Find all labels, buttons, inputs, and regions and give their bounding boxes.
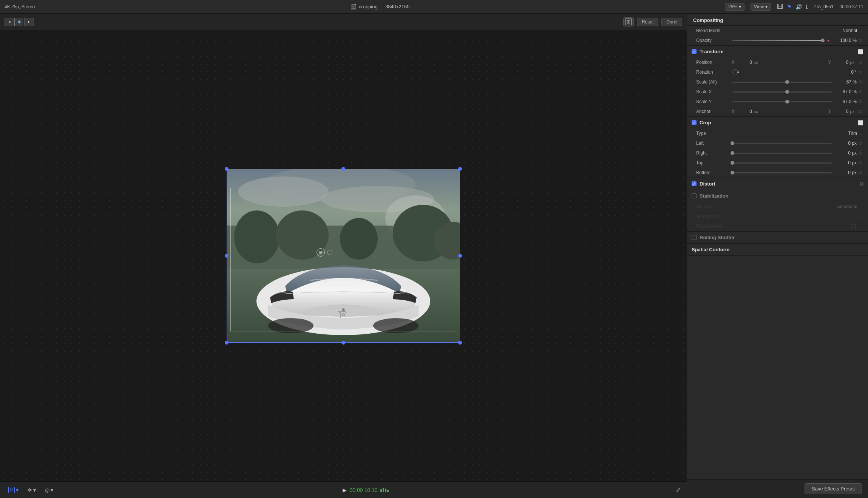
crop-left-slider[interactable] [732, 143, 832, 144]
save-effects-preset-button[interactable]: Save Effects Preset [805, 483, 862, 494]
opacity-slider[interactable] [732, 40, 823, 41]
distort-checkbox[interactable]: ✓ [692, 181, 697, 186]
blend-mode-value[interactable]: Normal [842, 28, 862, 33]
stabilization-header: Stabilization [687, 190, 868, 202]
smoothing-label: Smoothing [696, 214, 730, 219]
transform-checkbox[interactable]: ✓ [692, 49, 697, 54]
scale-all-slider[interactable] [732, 82, 832, 83]
stabilization-title: Stabilization [700, 193, 729, 199]
handle-br[interactable] [458, 341, 462, 345]
film-icon[interactable]: 🎞 [777, 3, 783, 10]
stabilization-checkbox[interactable] [692, 193, 697, 198]
meter-bar-3 [385, 489, 386, 492]
anchor-y-value[interactable]: 0 [833, 109, 848, 114]
handle-tr[interactable] [458, 167, 462, 171]
handle-mr[interactable] [458, 254, 462, 258]
blend-mode-label: Blend Mode [696, 28, 730, 33]
scale-x-slider[interactable] [732, 91, 832, 93]
crop-icon-button[interactable]: ⊞ [623, 17, 634, 26]
zoom-chevron: ▾ [739, 4, 741, 9]
crop-ui-icon: ⊞ [626, 19, 632, 25]
scale-x-value[interactable]: 67.0 % [834, 89, 857, 94]
opacity-reset[interactable] [859, 39, 862, 42]
info-icon[interactable]: ℹ [806, 4, 808, 10]
transform-section-icon[interactable]: ⬜ [858, 49, 863, 54]
view-button[interactable]: View ▾ [751, 3, 771, 11]
nav-arrows: ◂ ◆ ▸ [5, 18, 34, 26]
crop-top-thumb [731, 161, 734, 165]
nav-next-button[interactable]: ▸ [24, 18, 34, 26]
crop-header: ✓ Crop ⬜ [687, 117, 868, 128]
crop-left-reset[interactable] [859, 142, 862, 145]
crop-type-row: Type Trim [687, 128, 868, 138]
top-bar: 4K 25p, Stereo 🎬 cropping — 3840x2160 25… [0, 0, 868, 14]
crop-left-value[interactable]: 0 px [834, 141, 857, 146]
distort-section-icon[interactable]: ⧉ [860, 181, 863, 187]
crop-top-slider[interactable] [732, 162, 832, 164]
rotation-value[interactable]: 0 ° [834, 70, 857, 75]
crop-top-value[interactable]: 0 px [834, 160, 857, 165]
zoom-button[interactable]: 25% ▾ [725, 3, 744, 11]
stabilization-section: Stabilization Method Automatic Smoothing… [687, 190, 868, 232]
opacity-slider-thumb[interactable] [821, 39, 825, 42]
stabilize-tool-icon: ◎ [45, 487, 49, 493]
position-x-value[interactable]: 0 [737, 60, 752, 65]
scale-y-reset[interactable] [859, 100, 862, 103]
crosshair-icon[interactable]: ⊕ [317, 248, 325, 257]
anchor-reset[interactable] [859, 110, 862, 113]
clap-icon: 🎬 [350, 4, 357, 10]
done-button[interactable]: Done [661, 18, 682, 26]
reset-label: Reset [642, 19, 653, 25]
reset-button[interactable]: Reset [637, 18, 658, 26]
transform-section: ✓ Transform ⬜ Position X 0 px Y 0 px [687, 46, 868, 117]
crop-left-row: Left 0 px [687, 138, 868, 148]
fullscreen-button[interactable]: ⤢ [676, 486, 681, 493]
rotation-wheel[interactable] [732, 69, 738, 75]
rolling-shutter-checkbox[interactable] [692, 235, 697, 240]
stabilize-tool-button[interactable]: ◎ ▾ [43, 486, 56, 495]
flag-icon[interactable]: ⚑ [787, 4, 792, 10]
scale-all-value[interactable]: 67 % [834, 79, 857, 85]
nav-keyframe-button[interactable]: ◆ [14, 18, 24, 26]
handle-bl[interactable] [225, 341, 229, 345]
handle-tl[interactable] [225, 167, 229, 171]
handle-tc[interactable] [341, 167, 345, 171]
crop-section-icon[interactable]: ⬜ [858, 120, 863, 125]
nav-prev-button[interactable]: ◂ [5, 18, 14, 26]
meter-bar-2 [383, 488, 384, 492]
crop-bottom-value[interactable]: 0 px [834, 170, 857, 175]
scale-x-reset[interactable] [859, 90, 862, 93]
playback-controls: ▶ 00:00 10:10 [343, 487, 389, 493]
crop-right-slider[interactable] [732, 153, 832, 154]
video-frame-wrapper: ⊕ [227, 169, 460, 343]
anchor-x-value[interactable]: 0 [737, 109, 752, 114]
scale-y-value[interactable]: 67.0 % [834, 99, 857, 104]
rotation-reset[interactable] [859, 71, 862, 74]
play-button[interactable]: ▶ [343, 487, 347, 493]
handle-bc[interactable] [341, 341, 345, 345]
crop-type-value[interactable]: Trim [848, 131, 862, 136]
opacity-indicator: ♥ [827, 38, 830, 43]
handle-ml[interactable] [225, 254, 229, 258]
scale-all-row: Scale (All) 67 % [687, 77, 868, 87]
position-reset[interactable] [859, 61, 862, 64]
position-y-value[interactable]: 0 [833, 60, 848, 65]
crop-right-value[interactable]: 0 px [834, 150, 857, 156]
scale-y-slider[interactable] [732, 101, 832, 102]
save-preset-bar: Save Effects Preset [687, 479, 868, 498]
rotation-row: Rotation 0 ° [687, 67, 868, 77]
crop-checkbox[interactable]: ✓ [692, 120, 697, 125]
method-value: Automatic [837, 204, 862, 209]
crop-right-reset[interactable] [859, 152, 862, 155]
crop-tool-button[interactable]: ⊡ ▾ [6, 485, 21, 495]
crop-top-reset[interactable] [859, 161, 862, 164]
position-x-unit: px [754, 60, 758, 65]
done-label: Done [666, 19, 677, 25]
crop-bottom-slider[interactable] [732, 172, 832, 173]
transform-tool-button[interactable]: ✲ ▾ [25, 486, 38, 495]
speaker-icon[interactable]: 🔊 [795, 4, 802, 10]
scale-x-track [732, 91, 832, 93]
crop-bottom-reset[interactable] [859, 171, 862, 174]
rotation-handle[interactable] [327, 250, 332, 255]
scale-all-reset[interactable] [859, 80, 862, 84]
